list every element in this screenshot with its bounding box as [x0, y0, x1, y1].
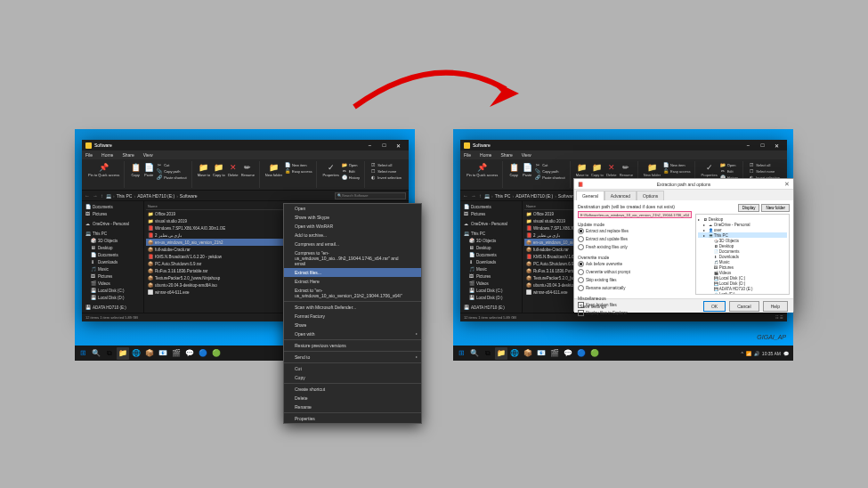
- app-icon[interactable]: 🟢: [210, 347, 223, 360]
- sidebar-item[interactable]: 📄Documents: [84, 251, 142, 258]
- breadcrumb[interactable]: 💻› This PC› ADATA HD710 (E:)› Software: [106, 193, 332, 199]
- pin-button[interactable]: 📌Pin to Quick access: [88, 162, 119, 177]
- ctx-copy[interactable]: Copy: [284, 373, 421, 382]
- taskview-icon[interactable]: ⧉: [482, 347, 494, 360]
- sidebar-item[interactable]: 🎵Music: [84, 265, 142, 272]
- cancel-button[interactable]: Cancel: [729, 301, 759, 312]
- sidebar-item[interactable]: 🎬Videos: [462, 280, 520, 287]
- newfolder-button[interactable]: New folder: [761, 204, 790, 212]
- search-icon[interactable]: 🔍: [90, 347, 102, 360]
- save-settings-button[interactable]: Save settings: [580, 304, 606, 309]
- sidebar-item[interactable]: 🎲3D Objects: [84, 237, 142, 244]
- ctx-restore[interactable]: Restore previous versions: [284, 341, 421, 350]
- sidebar-item[interactable]: 🎬Videos: [84, 280, 142, 287]
- newitem-button[interactable]: 📄New item: [663, 162, 690, 167]
- close-button[interactable]: ✕: [770, 141, 783, 150]
- open-button[interactable]: 📂Open: [720, 162, 738, 167]
- sidebar-item[interactable]: 📄Documents: [462, 203, 520, 210]
- sidebar-item[interactable]: ☁OneDrive - Personal: [462, 220, 520, 227]
- ctx-cut[interactable]: Cut: [284, 364, 421, 373]
- selectall-button[interactable]: ☑Select all: [749, 162, 780, 167]
- radio-skip[interactable]: Skip existing files: [578, 276, 692, 284]
- copy-button[interactable]: 📋Copy: [130, 162, 141, 180]
- ctx-extract-to[interactable]: Extract to "en-us_windows_10_aio_version…: [284, 286, 421, 300]
- edge-icon[interactable]: 🌐: [508, 347, 521, 360]
- sidebar-item[interactable]: 📄Documents: [462, 251, 520, 258]
- selectall-button[interactable]: ☑Select all: [370, 162, 402, 167]
- history-button[interactable]: 🕐History: [342, 175, 360, 180]
- copypath-button[interactable]: 📎Copy path: [535, 168, 565, 174]
- destination-input[interactable]: [578, 211, 692, 218]
- forward-button[interactable]: →: [93, 193, 98, 199]
- app-icon[interactable]: 🎬: [548, 347, 561, 360]
- forward-button[interactable]: →: [471, 193, 476, 199]
- sidebar-item[interactable]: 💾ADATA HD710 (E:): [84, 304, 142, 311]
- ctx-open[interactable]: Open: [284, 204, 421, 213]
- menu-view[interactable]: View: [522, 152, 531, 158]
- minimize-button[interactable]: −: [742, 141, 755, 150]
- ok-button[interactable]: OK: [703, 301, 726, 312]
- check-display-explorer[interactable]: Display files in Explorer: [578, 309, 692, 317]
- radio-rename[interactable]: Rename automatically: [578, 284, 692, 292]
- sidebar-item[interactable]: 📄Documents: [84, 203, 142, 210]
- sidebar-item[interactable]: 🎲3D Objects: [462, 237, 520, 244]
- up-button[interactable]: ↑: [479, 193, 482, 199]
- ctx-share-skype[interactable]: Share with Skype: [284, 213, 421, 222]
- newfolder-button[interactable]: 📁New folder: [644, 162, 661, 177]
- ctx-openwith[interactable]: Open with: [284, 329, 421, 338]
- newitem-button[interactable]: 📄New item: [285, 162, 312, 167]
- sidebar-item[interactable]: 💻This PC: [462, 230, 520, 237]
- maximize-button[interactable]: □: [377, 141, 391, 150]
- notifications-icon[interactable]: 💬: [783, 351, 789, 356]
- app-icon[interactable]: 🟢: [588, 347, 601, 360]
- moveto-button[interactable]: 📁Move to: [576, 162, 588, 177]
- minimize-button[interactable]: −: [363, 141, 377, 150]
- column-name[interactable]: Name: [148, 204, 289, 208]
- ctx-properties[interactable]: Properties: [284, 414, 421, 423]
- ctx-shortcut[interactable]: Create shortcut: [284, 385, 421, 394]
- dialog-close-button[interactable]: ✕: [784, 181, 790, 188]
- sidebar-item[interactable]: 🖥Desktop: [84, 244, 142, 251]
- sidebar-item[interactable]: ☁OneDrive - Personal: [84, 220, 142, 227]
- sidebar-item[interactable]: 🖼Pictures: [462, 210, 520, 217]
- search-icon[interactable]: 🔍: [468, 347, 481, 360]
- properties-button[interactable]: ✓Properties: [701, 162, 717, 180]
- cut-button[interactable]: ✂Cut: [157, 162, 187, 167]
- copyto-button[interactable]: 📁Copy to: [213, 162, 225, 177]
- easyaccess-button[interactable]: 🔓Easy access: [285, 168, 312, 174]
- sidebar-item[interactable]: 💾Local Disk (D:): [84, 294, 142, 301]
- moveto-button[interactable]: 📁Move to: [198, 162, 210, 177]
- edit-button[interactable]: ✏Edit: [720, 168, 738, 174]
- sidebar-item[interactable]: 🎵Music: [462, 265, 520, 272]
- back-button[interactable]: ←: [463, 193, 468, 199]
- sidebar-item[interactable]: ⬇Downloads: [84, 258, 142, 265]
- menu-home[interactable]: Home: [480, 152, 491, 158]
- ctx-scan[interactable]: Scan with Microsoft Defender...: [284, 303, 421, 312]
- explorer-taskbar-icon[interactable]: 📁: [117, 347, 129, 360]
- ctx-extract-files[interactable]: Extract files...: [284, 268, 421, 277]
- menu-view[interactable]: View: [143, 152, 153, 158]
- easyaccess-button[interactable]: 🔓Easy access: [663, 168, 690, 174]
- ctx-sendto[interactable]: Send to: [284, 353, 421, 362]
- sidebar-item[interactable]: 💻This PC: [84, 230, 142, 237]
- folder-tree[interactable]: ▸🖥Desktop▸☁OneDrive - Personal▸👤user▸💻Th…: [695, 214, 790, 295]
- close-button[interactable]: ✕: [392, 141, 405, 150]
- pasteshortcut-button[interactable]: 🔗Paste shortcut: [535, 175, 565, 180]
- back-button[interactable]: ←: [85, 193, 90, 199]
- ctx-formatfactory[interactable]: Format Factory: [284, 312, 421, 321]
- open-button[interactable]: 📂Open: [342, 162, 360, 167]
- app-icon[interactable]: 🔵: [575, 347, 588, 360]
- titlebar[interactable]: Software − □ ✕: [82, 140, 409, 150]
- app-icon[interactable]: 📦: [522, 347, 534, 360]
- sidebar-item[interactable]: 💾Local Disk (C:): [84, 287, 142, 294]
- dialog-titlebar[interactable]: 📕 Extraction path and options ✕: [574, 179, 793, 190]
- sidebar-item[interactable]: 🖼Pictures: [462, 272, 520, 280]
- selectnone-button[interactable]: ☐Select none: [370, 168, 402, 174]
- rename-button[interactable]: ✏Rename: [620, 162, 633, 177]
- app-icon[interactable]: 💬: [183, 347, 196, 360]
- pasteshortcut-button[interactable]: 🔗Paste shortcut: [157, 175, 187, 180]
- ctx-compress-to[interactable]: Compress to "en-us_windows_10_aio...9h2_…: [284, 248, 421, 268]
- ctx-delete[interactable]: Delete: [284, 394, 421, 403]
- sidebar-item[interactable]: ⬇Downloads: [462, 258, 520, 265]
- app-icon[interactable]: 📧: [157, 347, 169, 360]
